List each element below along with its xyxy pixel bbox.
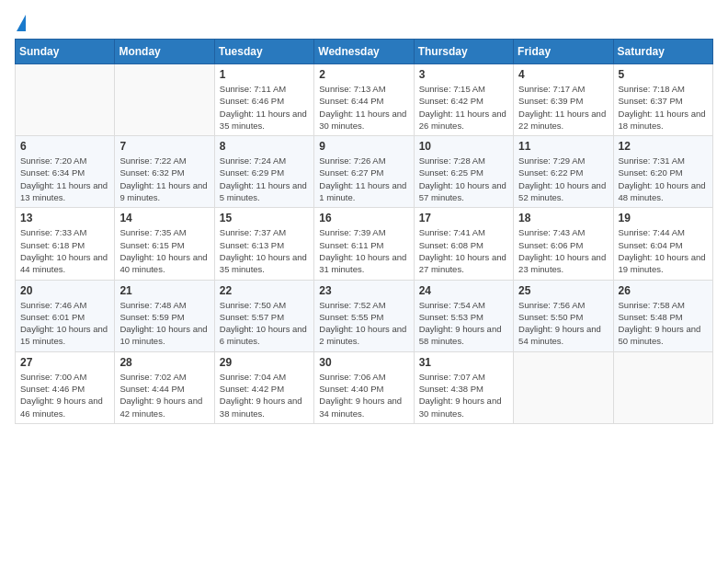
day-number: 25	[518, 284, 608, 297]
calendar-cell: 14Sunrise: 7:35 AM Sunset: 6:15 PM Dayli…	[115, 208, 214, 280]
page-header	[15, 15, 713, 31]
day-number: 16	[319, 212, 408, 224]
calendar-week-row: 6Sunrise: 7:20 AM Sunset: 6:34 PM Daylig…	[16, 136, 713, 208]
day-info: Sunrise: 7:48 AM Sunset: 5:59 PM Dayligh…	[119, 299, 209, 348]
day-info: Sunrise: 7:52 AM Sunset: 5:55 PM Dayligh…	[319, 299, 408, 348]
day-info: Sunrise: 7:00 AM Sunset: 4:46 PM Dayligh…	[20, 371, 109, 419]
day-info: Sunrise: 7:37 AM Sunset: 6:13 PM Dayligh…	[220, 226, 309, 275]
day-number: 9	[319, 140, 408, 153]
calendar-cell: 13Sunrise: 7:33 AM Sunset: 6:18 PM Dayli…	[16, 208, 115, 280]
day-info: Sunrise: 7:39 AM Sunset: 6:11 PM Dayligh…	[319, 226, 408, 275]
day-info: Sunrise: 7:43 AM Sunset: 6:06 PM Dayligh…	[518, 226, 608, 275]
calendar-header-row: SundayMondayTuesdayWednesdayThursdayFrid…	[16, 40, 713, 64]
calendar-cell: 16Sunrise: 7:39 AM Sunset: 6:11 PM Dayli…	[314, 208, 414, 280]
calendar-header-friday: Friday	[514, 40, 613, 64]
calendar-cell: 1Sunrise: 7:11 AM Sunset: 6:46 PM Daylig…	[214, 64, 313, 136]
day-info: Sunrise: 7:26 AM Sunset: 6:27 PM Dayligh…	[319, 155, 408, 203]
day-number: 26	[619, 284, 708, 297]
calendar-cell: 4Sunrise: 7:17 AM Sunset: 6:39 PM Daylig…	[514, 64, 613, 136]
day-number: 24	[419, 284, 508, 297]
calendar-cell: 3Sunrise: 7:15 AM Sunset: 6:42 PM Daylig…	[414, 64, 513, 136]
calendar-header-tuesday: Tuesday	[214, 40, 313, 64]
calendar-cell: 23Sunrise: 7:52 AM Sunset: 5:55 PM Dayli…	[314, 280, 414, 351]
day-info: Sunrise: 7:28 AM Sunset: 6:25 PM Dayligh…	[419, 155, 508, 203]
day-number: 12	[619, 140, 708, 153]
day-info: Sunrise: 7:22 AM Sunset: 6:32 PM Dayligh…	[119, 155, 209, 203]
day-number: 22	[220, 284, 309, 297]
day-info: Sunrise: 7:56 AM Sunset: 5:50 PM Dayligh…	[518, 299, 608, 348]
day-number: 10	[419, 140, 508, 153]
day-info: Sunrise: 7:11 AM Sunset: 6:46 PM Dayligh…	[220, 83, 309, 132]
calendar-header-thursday: Thursday	[414, 40, 513, 64]
day-number: 14	[119, 212, 209, 224]
day-number: 29	[220, 356, 309, 369]
calendar-cell: 26Sunrise: 7:58 AM Sunset: 5:48 PM Dayli…	[613, 280, 712, 351]
day-info: Sunrise: 7:35 AM Sunset: 6:15 PM Dayligh…	[119, 226, 209, 275]
calendar-cell: 5Sunrise: 7:18 AM Sunset: 6:37 PM Daylig…	[613, 64, 712, 136]
day-number: 11	[518, 140, 608, 153]
day-info: Sunrise: 7:07 AM Sunset: 4:38 PM Dayligh…	[419, 371, 508, 419]
calendar-cell: 8Sunrise: 7:24 AM Sunset: 6:29 PM Daylig…	[214, 136, 313, 208]
day-info: Sunrise: 7:41 AM Sunset: 6:08 PM Dayligh…	[419, 226, 508, 275]
calendar-cell: 29Sunrise: 7:04 AM Sunset: 4:42 PM Dayli…	[214, 351, 313, 423]
calendar-cell: 6Sunrise: 7:20 AM Sunset: 6:34 PM Daylig…	[16, 136, 115, 208]
day-number: 1	[220, 68, 309, 81]
day-number: 13	[20, 212, 109, 224]
calendar-cell: 30Sunrise: 7:06 AM Sunset: 4:40 PM Dayli…	[314, 351, 414, 423]
calendar-cell: 22Sunrise: 7:50 AM Sunset: 5:57 PM Dayli…	[214, 280, 313, 351]
day-info: Sunrise: 7:17 AM Sunset: 6:39 PM Dayligh…	[518, 83, 608, 132]
calendar-cell: 28Sunrise: 7:02 AM Sunset: 4:44 PM Dayli…	[115, 351, 214, 423]
day-number: 21	[119, 284, 209, 297]
day-number: 19	[619, 212, 708, 224]
calendar-header-saturday: Saturday	[613, 40, 712, 64]
day-info: Sunrise: 7:31 AM Sunset: 6:20 PM Dayligh…	[619, 155, 708, 203]
day-number: 8	[220, 140, 309, 153]
calendar-cell: 12Sunrise: 7:31 AM Sunset: 6:20 PM Dayli…	[613, 136, 712, 208]
day-number: 31	[419, 356, 508, 369]
calendar-header-sunday: Sunday	[16, 40, 115, 64]
day-number: 15	[220, 212, 309, 224]
day-info: Sunrise: 7:50 AM Sunset: 5:57 PM Dayligh…	[220, 299, 309, 348]
day-number: 2	[319, 68, 408, 81]
day-number: 28	[119, 356, 209, 369]
day-number: 27	[20, 356, 109, 369]
calendar-cell: 25Sunrise: 7:56 AM Sunset: 5:50 PM Dayli…	[514, 280, 613, 351]
calendar-cell: 19Sunrise: 7:44 AM Sunset: 6:04 PM Dayli…	[613, 208, 712, 280]
day-info: Sunrise: 7:06 AM Sunset: 4:40 PM Dayligh…	[319, 371, 408, 419]
calendar-cell: 24Sunrise: 7:54 AM Sunset: 5:53 PM Dayli…	[414, 280, 513, 351]
day-number: 30	[319, 356, 408, 369]
day-info: Sunrise: 7:15 AM Sunset: 6:42 PM Dayligh…	[419, 83, 508, 132]
calendar-cell: 17Sunrise: 7:41 AM Sunset: 6:08 PM Dayli…	[414, 208, 513, 280]
calendar-table: SundayMondayTuesdayWednesdayThursdayFrid…	[15, 39, 713, 424]
day-info: Sunrise: 7:29 AM Sunset: 6:22 PM Dayligh…	[518, 155, 608, 203]
day-info: Sunrise: 7:24 AM Sunset: 6:29 PM Dayligh…	[220, 155, 309, 203]
calendar-cell: 21Sunrise: 7:48 AM Sunset: 5:59 PM Dayli…	[115, 280, 214, 351]
day-info: Sunrise: 7:20 AM Sunset: 6:34 PM Dayligh…	[20, 155, 109, 203]
day-info: Sunrise: 7:54 AM Sunset: 5:53 PM Dayligh…	[419, 299, 508, 348]
calendar-week-row: 20Sunrise: 7:46 AM Sunset: 6:01 PM Dayli…	[16, 280, 713, 351]
calendar-cell: 27Sunrise: 7:00 AM Sunset: 4:46 PM Dayli…	[16, 351, 115, 423]
calendar-cell	[514, 351, 613, 423]
calendar-cell	[613, 351, 712, 423]
calendar-cell	[16, 64, 115, 136]
calendar-header-monday: Monday	[115, 40, 214, 64]
calendar-cell: 2Sunrise: 7:13 AM Sunset: 6:44 PM Daylig…	[314, 64, 414, 136]
calendar-cell: 20Sunrise: 7:46 AM Sunset: 6:01 PM Dayli…	[16, 280, 115, 351]
day-number: 7	[119, 140, 209, 153]
day-info: Sunrise: 7:18 AM Sunset: 6:37 PM Dayligh…	[619, 83, 708, 132]
day-info: Sunrise: 7:02 AM Sunset: 4:44 PM Dayligh…	[119, 371, 209, 419]
day-number: 3	[419, 68, 508, 81]
calendar-week-row: 1Sunrise: 7:11 AM Sunset: 6:46 PM Daylig…	[16, 64, 713, 136]
day-number: 4	[518, 68, 608, 81]
logo-triangle-icon	[17, 15, 26, 31]
day-number: 20	[20, 284, 109, 297]
calendar-cell: 9Sunrise: 7:26 AM Sunset: 6:27 PM Daylig…	[314, 136, 414, 208]
day-info: Sunrise: 7:13 AM Sunset: 6:44 PM Dayligh…	[319, 83, 408, 132]
day-info: Sunrise: 7:58 AM Sunset: 5:48 PM Dayligh…	[619, 299, 708, 348]
day-info: Sunrise: 7:04 AM Sunset: 4:42 PM Dayligh…	[220, 371, 309, 419]
calendar-cell: 18Sunrise: 7:43 AM Sunset: 6:06 PM Dayli…	[514, 208, 613, 280]
calendar-week-row: 27Sunrise: 7:00 AM Sunset: 4:46 PM Dayli…	[16, 351, 713, 423]
calendar-cell: 31Sunrise: 7:07 AM Sunset: 4:38 PM Dayli…	[414, 351, 513, 423]
day-number: 23	[319, 284, 408, 297]
day-number: 5	[619, 68, 708, 81]
